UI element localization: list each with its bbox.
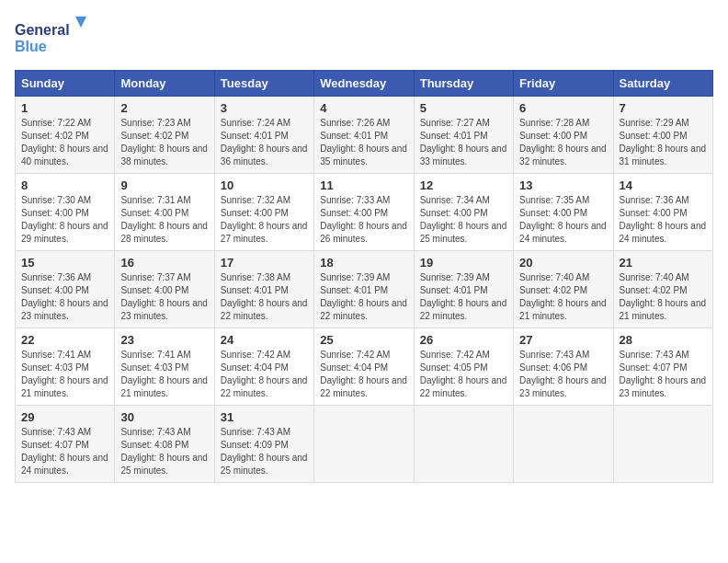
day-info: Sunrise: 7:33 AMSunset: 4:00 PMDaylight:… bbox=[320, 195, 407, 244]
day-number: 27 bbox=[519, 333, 607, 347]
calendar-cell: 21 Sunrise: 7:40 AMSunset: 4:02 PMDaylig… bbox=[613, 251, 712, 328]
day-info: Sunrise: 7:30 AMSunset: 4:00 PMDaylight:… bbox=[21, 195, 108, 244]
calendar-cell: 13 Sunrise: 7:35 AMSunset: 4:00 PMDaylig… bbox=[514, 174, 613, 251]
calendar-cell bbox=[514, 406, 613, 483]
day-number: 9 bbox=[120, 178, 208, 192]
weekday-header-sunday: Sunday bbox=[16, 71, 115, 97]
svg-text:Blue: Blue bbox=[15, 39, 47, 54]
day-info: Sunrise: 7:40 AMSunset: 4:02 PMDaylight:… bbox=[519, 272, 607, 321]
svg-marker-1 bbox=[75, 17, 86, 28]
day-info: Sunrise: 7:41 AMSunset: 4:03 PMDaylight:… bbox=[21, 350, 108, 398]
calendar-cell: 18 Sunrise: 7:39 AMSunset: 4:01 PMDaylig… bbox=[314, 251, 414, 328]
calendar-cell: 24 Sunrise: 7:42 AMSunset: 4:04 PMDaylig… bbox=[214, 328, 313, 406]
day-info: Sunrise: 7:39 AMSunset: 4:01 PMDaylight:… bbox=[420, 272, 507, 321]
weekday-header-tuesday: Tuesday bbox=[214, 71, 313, 97]
day-info: Sunrise: 7:41 AMSunset: 4:03 PMDaylight:… bbox=[120, 350, 208, 398]
day-number: 24 bbox=[221, 333, 308, 347]
day-info: Sunrise: 7:23 AMSunset: 4:02 PMDaylight:… bbox=[120, 118, 208, 167]
day-number: 23 bbox=[120, 333, 208, 347]
day-number: 30 bbox=[120, 410, 208, 424]
weekday-header-wednesday: Wednesday bbox=[314, 71, 414, 97]
calendar-cell: 17 Sunrise: 7:38 AMSunset: 4:01 PMDaylig… bbox=[214, 251, 313, 328]
day-number: 8 bbox=[21, 178, 108, 192]
calendar-cell: 1 Sunrise: 7:22 AMSunset: 4:02 PMDayligh… bbox=[16, 97, 115, 174]
day-number: 5 bbox=[420, 101, 507, 115]
calendar-cell: 8 Sunrise: 7:30 AMSunset: 4:00 PMDayligh… bbox=[16, 174, 115, 251]
day-number: 2 bbox=[120, 101, 208, 115]
day-number: 1 bbox=[21, 101, 108, 115]
day-info: Sunrise: 7:38 AMSunset: 4:01 PMDaylight:… bbox=[221, 272, 308, 321]
calendar-cell: 22 Sunrise: 7:41 AMSunset: 4:03 PMDaylig… bbox=[16, 328, 115, 406]
svg-text:General: General bbox=[15, 22, 70, 38]
weekday-header-thursday: Thursday bbox=[414, 71, 513, 97]
day-number: 3 bbox=[221, 101, 308, 115]
day-number: 7 bbox=[620, 101, 707, 115]
calendar-table: SundayMondayTuesdayWednesdayThursdayFrid… bbox=[15, 70, 713, 483]
day-info: Sunrise: 7:27 AMSunset: 4:01 PMDaylight:… bbox=[420, 118, 507, 167]
day-info: Sunrise: 7:43 AMSunset: 4:09 PMDaylight:… bbox=[221, 427, 308, 476]
calendar-cell bbox=[613, 406, 712, 483]
day-info: Sunrise: 7:43 AMSunset: 4:07 PMDaylight:… bbox=[21, 427, 108, 476]
day-number: 21 bbox=[620, 256, 707, 270]
day-number: 4 bbox=[320, 101, 407, 115]
calendar-cell: 19 Sunrise: 7:39 AMSunset: 4:01 PMDaylig… bbox=[414, 251, 513, 328]
calendar-cell bbox=[414, 406, 513, 483]
calendar-cell: 29 Sunrise: 7:43 AMSunset: 4:07 PMDaylig… bbox=[16, 406, 115, 483]
day-info: Sunrise: 7:26 AMSunset: 4:01 PMDaylight:… bbox=[320, 118, 407, 167]
calendar-cell: 20 Sunrise: 7:40 AMSunset: 4:02 PMDaylig… bbox=[514, 251, 613, 328]
day-number: 15 bbox=[21, 256, 108, 270]
day-info: Sunrise: 7:36 AMSunset: 4:00 PMDaylight:… bbox=[620, 195, 707, 244]
day-info: Sunrise: 7:22 AMSunset: 4:02 PMDaylight:… bbox=[21, 118, 108, 167]
calendar-cell: 30 Sunrise: 7:43 AMSunset: 4:08 PMDaylig… bbox=[115, 406, 214, 483]
day-info: Sunrise: 7:42 AMSunset: 4:05 PMDaylight:… bbox=[420, 350, 507, 398]
calendar-cell: 14 Sunrise: 7:36 AMSunset: 4:00 PMDaylig… bbox=[613, 174, 712, 251]
calendar-cell: 3 Sunrise: 7:24 AMSunset: 4:01 PMDayligh… bbox=[214, 97, 313, 174]
day-info: Sunrise: 7:35 AMSunset: 4:00 PMDaylight:… bbox=[519, 195, 607, 244]
calendar-cell: 5 Sunrise: 7:27 AMSunset: 4:01 PMDayligh… bbox=[414, 97, 513, 174]
day-info: Sunrise: 7:42 AMSunset: 4:04 PMDaylight:… bbox=[320, 350, 407, 398]
day-info: Sunrise: 7:42 AMSunset: 4:04 PMDaylight:… bbox=[221, 350, 308, 398]
day-info: Sunrise: 7:43 AMSunset: 4:08 PMDaylight:… bbox=[120, 427, 208, 476]
day-info: Sunrise: 7:43 AMSunset: 4:07 PMDaylight:… bbox=[620, 350, 707, 398]
day-number: 25 bbox=[320, 333, 407, 347]
day-number: 19 bbox=[420, 256, 507, 270]
day-info: Sunrise: 7:24 AMSunset: 4:01 PMDaylight:… bbox=[221, 118, 308, 167]
weekday-header-friday: Friday bbox=[514, 71, 613, 97]
calendar-cell: 26 Sunrise: 7:42 AMSunset: 4:05 PMDaylig… bbox=[414, 328, 513, 406]
calendar-cell: 12 Sunrise: 7:34 AMSunset: 4:00 PMDaylig… bbox=[414, 174, 513, 251]
calendar-cell: 11 Sunrise: 7:33 AMSunset: 4:00 PMDaylig… bbox=[314, 174, 414, 251]
calendar-cell: 4 Sunrise: 7:26 AMSunset: 4:01 PMDayligh… bbox=[314, 97, 414, 174]
calendar-cell: 27 Sunrise: 7:43 AMSunset: 4:06 PMDaylig… bbox=[514, 328, 613, 406]
day-number: 12 bbox=[420, 178, 507, 192]
day-number: 31 bbox=[221, 410, 308, 424]
calendar-cell: 25 Sunrise: 7:42 AMSunset: 4:04 PMDaylig… bbox=[314, 328, 414, 406]
day-info: Sunrise: 7:40 AMSunset: 4:02 PMDaylight:… bbox=[620, 272, 707, 321]
day-number: 17 bbox=[221, 256, 308, 270]
day-number: 20 bbox=[519, 256, 607, 270]
day-number: 18 bbox=[320, 256, 407, 270]
logo: General Blue bbox=[15, 15, 88, 59]
calendar-cell: 15 Sunrise: 7:36 AMSunset: 4:00 PMDaylig… bbox=[16, 251, 115, 328]
day-number: 10 bbox=[221, 178, 308, 192]
calendar-cell bbox=[314, 406, 414, 483]
day-info: Sunrise: 7:28 AMSunset: 4:00 PMDaylight:… bbox=[519, 118, 607, 167]
day-info: Sunrise: 7:43 AMSunset: 4:06 PMDaylight:… bbox=[519, 350, 607, 398]
day-info: Sunrise: 7:39 AMSunset: 4:01 PMDaylight:… bbox=[320, 272, 407, 321]
calendar-cell: 2 Sunrise: 7:23 AMSunset: 4:02 PMDayligh… bbox=[115, 97, 214, 174]
day-number: 28 bbox=[620, 333, 707, 347]
day-number: 11 bbox=[320, 178, 407, 192]
day-info: Sunrise: 7:29 AMSunset: 4:00 PMDaylight:… bbox=[620, 118, 707, 167]
calendar-cell: 7 Sunrise: 7:29 AMSunset: 4:00 PMDayligh… bbox=[613, 97, 712, 174]
calendar-cell: 28 Sunrise: 7:43 AMSunset: 4:07 PMDaylig… bbox=[613, 328, 712, 406]
day-number: 16 bbox=[120, 256, 208, 270]
day-number: 26 bbox=[420, 333, 507, 347]
day-info: Sunrise: 7:32 AMSunset: 4:00 PMDaylight:… bbox=[221, 195, 308, 244]
day-number: 14 bbox=[620, 178, 707, 192]
day-number: 22 bbox=[21, 333, 108, 347]
weekday-header-saturday: Saturday bbox=[613, 71, 712, 97]
calendar-cell: 31 Sunrise: 7:43 AMSunset: 4:09 PMDaylig… bbox=[214, 406, 313, 483]
day-info: Sunrise: 7:34 AMSunset: 4:00 PMDaylight:… bbox=[420, 195, 507, 244]
calendar-cell: 6 Sunrise: 7:28 AMSunset: 4:00 PMDayligh… bbox=[514, 97, 613, 174]
calendar-cell: 9 Sunrise: 7:31 AMSunset: 4:00 PMDayligh… bbox=[115, 174, 214, 251]
day-number: 13 bbox=[519, 178, 607, 192]
